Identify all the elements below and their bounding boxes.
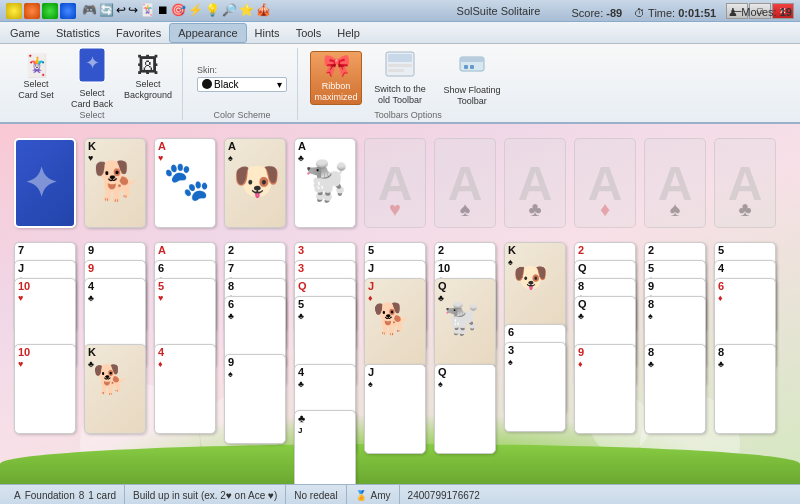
status-foundation: A Foundation 8 1 card [6,485,125,504]
ribbon-group-toolbars: 🎀 Ribbonmaximized Switch to theold Toolb… [306,48,514,120]
time-value: 0:01:51 [678,7,716,19]
tableau-c6-r3[interactable]: J♦ 🐕 [364,278,426,368]
show-floating-button[interactable]: Show FloatingToolbar [438,52,506,104]
skin-color-dot [202,79,212,89]
foundation-detail: 1 card [88,490,116,501]
deck-card[interactable] [14,138,76,228]
skin-selector: Skin: Black ▾ [195,63,289,94]
svg-rect-5 [388,69,404,72]
foundation-label: Foundation [25,490,75,501]
icon-orange [24,3,40,19]
ribbon-group-color: Skin: Black ▾ Color Scheme [191,48,298,120]
ace-suit-2: ♠ [460,198,471,221]
menu-help[interactable]: Help [329,23,368,43]
menu-appearance[interactable]: Appearance [169,23,246,43]
foundation-col2-top[interactable]: A♥ 🐾 [154,138,216,228]
tableau-c6-r4[interactable]: J♠ [364,364,426,454]
toolbar-icon-10[interactable]: 🔎 [222,3,237,19]
select-background-label: SelectBackground [124,79,172,101]
ace-placeholder-5[interactable]: A ♠ [644,138,706,228]
ace-suit-1: ♥ [389,198,401,221]
toolbar-icon-6[interactable]: ⏹ [157,3,169,19]
build-label: Build up in suit (ex. 2♥ on Ace ♥) [133,490,277,501]
tableau-c8-r3[interactable]: 3♠ [504,342,566,432]
skin-label: Skin: [197,65,287,75]
tableau-c8-r1[interactable]: K♠ 🐶 [504,242,566,332]
game-area[interactable]: K♥ 🐕 A♥ 🐾 A♠ 🐶 A♣ 🐩 A ♥ A ♠ A ♣ A ♦ A ♠ … [0,124,800,484]
tableau-c4-r5[interactable]: 9♠ [224,354,286,444]
status-redeal: No redeal [286,485,346,504]
statusbar: A Foundation 8 1 card Build up in suit (… [0,484,800,504]
ribbon-toolbars-content: 🎀 Ribbonmaximized Switch to theold Toolb… [310,48,506,108]
icon-blue [60,3,76,19]
ace-suit-3: ♣ [528,198,541,221]
toolbar-icon-9[interactable]: 💡 [205,3,220,19]
hud: Score: -89 ⏱ Time: 0:01:51 ♟ Moves: 19 [571,6,792,19]
toolbar-icon-8[interactable]: ⚡ [188,3,203,19]
select-card-set-button[interactable]: 🃏 SelectCard Set [10,51,62,105]
show-floating-label: Show FloatingToolbar [443,85,500,107]
ace-icon: A [14,490,21,501]
toolbar-icon-4[interactable]: ↪ [128,3,138,19]
status-code: 2400799176672 [400,485,794,504]
tableau-c10-r5[interactable]: 8♣ [644,344,706,434]
foundation-col1-top[interactable]: K♥ 🐕 [84,138,146,228]
toolbar-icon-12[interactable]: 🎪 [256,3,271,19]
status-user: 🏅 Amy [347,485,400,504]
svg-rect-3 [388,54,412,62]
user-icon: 🏅 [355,490,367,501]
tableau-c1-r4[interactable]: 10♥ [14,344,76,434]
skin-dropdown-arrow: ▾ [277,79,282,90]
toolbar-icon-5[interactable]: 🃏 [140,3,155,19]
foundation-col3-top[interactable]: A♠ 🐶 [224,138,286,228]
menu-favorites[interactable]: Favorites [108,23,169,43]
select-background-button[interactable]: 🖼 SelectBackground [122,51,174,105]
toolbar-icon-11[interactable]: ⭐ [239,3,254,19]
ace-placeholder-3[interactable]: A ♣ [504,138,566,228]
menu-statistics[interactable]: Statistics [48,23,108,43]
ace-placeholder-2[interactable]: A ♠ [434,138,496,228]
tableau-c9-r5[interactable]: 9♦ [574,344,636,434]
background-icon: 🖼 [137,55,159,77]
skin-dropdown[interactable]: Black ▾ [197,77,287,92]
status-build: Build up in suit (ex. 2♥ on Ace ♥) [125,485,286,504]
tableau-c3-r4[interactable]: 4♦ [154,344,216,434]
time-label: ⏱ Time: 0:01:51 [634,7,716,19]
color-scheme-label: Color Scheme [213,110,270,120]
toolbar-icon-7[interactable]: 🎯 [171,3,186,19]
menu-game[interactable]: Game [2,23,48,43]
switch-old-toolbar-button[interactable]: Switch to theold Toolbar [366,52,434,104]
ace-placeholder-6[interactable]: A ♣ [714,138,776,228]
ribbon-maximized-button[interactable]: 🎀 Ribbonmaximized [310,51,362,105]
toolbar-icon-3[interactable]: ↩ [116,3,126,19]
toolbar-icon-1[interactable]: 🎮 [82,3,97,19]
ace-suit-4: ♦ [600,198,610,221]
tableau-c7-r4[interactable]: Q♠ [434,364,496,454]
ace-placeholder-1[interactable]: A ♥ [364,138,426,228]
svg-rect-7 [460,57,484,62]
moves-value: 19 [780,6,792,18]
menu-hints[interactable]: Hints [247,23,288,43]
ribbon-group-select: 🃏 SelectCard Set ✦ SelectCard Back 🖼 Sel… [6,48,183,120]
window-title: SolSuite Solitaire [457,5,541,17]
foundation-col4-top[interactable]: A♣ 🐩 [294,138,356,228]
titlebar-left: 🎮 🔄 ↩ ↪ 🃏 ⏹ 🎯 ⚡ 💡 🔎 ⭐ 🎪 [6,3,271,19]
score-label: Score: -89 [571,7,622,19]
tableau-c7-r3[interactable]: Q♣ 🐩 [434,278,496,368]
tableau-c2-r4[interactable]: K♣ 🐕 [84,344,146,434]
select-group-label: Select [79,110,104,120]
select-card-back-label: SelectCard Back [71,88,113,110]
menu-tools[interactable]: Tools [288,23,330,43]
score-value: -89 [606,7,622,19]
tableau-c11-r4[interactable]: 8♣ [714,344,776,434]
code-value: 2400799176672 [408,490,480,501]
toolbar-icon-2[interactable]: 🔄 [99,3,114,19]
dog-emoji-2: 🐾 [163,159,210,203]
tableau-c5-r6[interactable]: ♣J [294,410,356,484]
redeal-label: No redeal [294,490,337,501]
ribbon-maximized-icon: 🎀 [323,53,350,79]
moves-label: ♟ Moves: 19 [728,6,792,19]
icon-green [42,3,58,19]
ace-placeholder-4[interactable]: A ♦ [574,138,636,228]
select-card-back-button[interactable]: ✦ SelectCard Back [66,51,118,105]
